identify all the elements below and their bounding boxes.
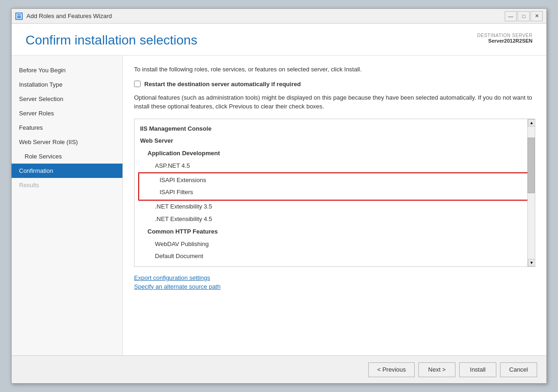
- install-button[interactable]: Install: [459, 362, 496, 377]
- scroll-down-arrow[interactable]: ▼: [528, 259, 535, 266]
- sidebar-item-server-roles[interactable]: Server Roles: [12, 106, 122, 120]
- feature-list: IIS Management ConsoleWeb ServerApplicat…: [135, 119, 535, 267]
- header-section: Confirm installation selections DESTINAT…: [12, 24, 546, 56]
- restart-checkbox-row: Restart the destination server automatic…: [134, 81, 535, 88]
- sidebar-item-role-services[interactable]: Role Services: [12, 149, 122, 164]
- minimize-button[interactable]: —: [505, 11, 517, 21]
- sidebar-item-before-you-begin[interactable]: Before You Begin: [12, 63, 122, 77]
- feature-item: IIS Management Console: [135, 123, 535, 135]
- sidebar-item-features[interactable]: Features: [12, 120, 122, 135]
- feature-item: Application Development: [135, 147, 535, 160]
- maximize-button[interactable]: □: [518, 11, 530, 21]
- cancel-button[interactable]: Cancel: [500, 362, 537, 377]
- page-title: Confirm installation selections: [26, 33, 197, 48]
- next-button[interactable]: Next >: [418, 362, 455, 377]
- window-controls: — □ ✕: [505, 11, 543, 21]
- destination-name: Server2012R2SEN: [477, 38, 532, 44]
- previous-button[interactable]: < Previous: [368, 362, 415, 377]
- sidebar-item-installation-type[interactable]: Installation Type: [12, 77, 122, 92]
- scrollbar-track: ▲ ▼: [527, 119, 535, 266]
- feature-item: Web Server: [135, 135, 535, 147]
- feature-list-container: IIS Management ConsoleWeb ServerApplicat…: [134, 119, 535, 267]
- destination-label: DESTINATION SERVER: [477, 33, 532, 38]
- sidebar-item-web-server-role[interactable]: Web Server Role (IIS): [12, 135, 122, 149]
- links-section: Export configuration settings Specify an…: [134, 274, 535, 290]
- feature-item: WebDAV Publishing: [135, 238, 535, 251]
- scroll-up-arrow[interactable]: ▲: [528, 119, 535, 126]
- alternate-source-link[interactable]: Specify an alternate source path: [134, 283, 535, 290]
- main-content: To install the following roles, role ser…: [123, 56, 546, 355]
- feature-item: ASP.NET 4.5: [135, 160, 535, 172]
- destination-server: DESTINATION SERVER Server2012R2SEN: [477, 33, 532, 44]
- sidebar: Before You BeginInstallation TypeServer …: [12, 56, 123, 355]
- sidebar-item-confirmation[interactable]: Confirmation: [12, 164, 122, 178]
- feature-item: Common HTTP Features: [135, 226, 535, 238]
- close-button[interactable]: ✕: [531, 11, 543, 21]
- feature-item: .NET Extensibility 4.5: [135, 213, 535, 226]
- export-config-link[interactable]: Export configuration settings: [134, 274, 535, 281]
- app-icon: [15, 13, 23, 20]
- footer: < Previous Next > Install Cancel: [12, 355, 546, 383]
- title-bar-left: Add Roles and Features Wizard: [15, 13, 112, 20]
- wizard-window: Add Roles and Features Wizard — □ ✕ Conf…: [11, 8, 547, 384]
- highlight-box: ISAPI ExtensionsISAPI Filters: [138, 172, 531, 201]
- main-wrapper: Confirm installation selections DESTINAT…: [12, 24, 546, 383]
- intro-text: To install the following roles, role ser…: [134, 65, 535, 74]
- restart-checkbox-label[interactable]: Restart the destination server automatic…: [144, 81, 301, 88]
- sidebar-item-results: Results: [12, 178, 122, 192]
- feature-item: .NET Extensibility 3.5: [135, 201, 535, 213]
- svg-rect-0: [17, 14, 21, 19]
- scrollbar-thumb[interactable]: [527, 138, 535, 193]
- middle-area: Before You BeginInstallation TypeServer …: [12, 56, 546, 355]
- feature-item: Default Document: [135, 250, 535, 263]
- restart-checkbox[interactable]: [134, 81, 141, 87]
- feature-item: ISAPI Extensions: [139, 174, 530, 187]
- feature-item: ISAPI Filters: [139, 186, 530, 199]
- window-title: Add Roles and Features Wizard: [26, 13, 112, 19]
- title-bar: Add Roles and Features Wizard — □ ✕: [12, 9, 546, 24]
- sidebar-item-server-selection[interactable]: Server Selection: [12, 92, 122, 106]
- optional-text: Optional features (such as administratio…: [134, 93, 535, 111]
